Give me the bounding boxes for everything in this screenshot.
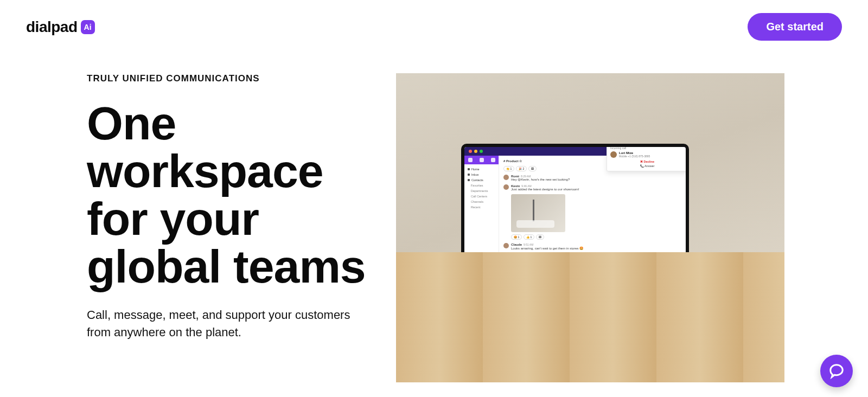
hero-eyebrow: TRULY UNIFIED COMMUNICATIONS bbox=[87, 73, 396, 84]
sidebar-sub-recent[interactable]: Recent bbox=[468, 206, 495, 209]
caller-avatar bbox=[610, 151, 617, 158]
sidebar-sub-departments[interactable]: Departments bbox=[468, 189, 495, 193]
chat-message: Romi8:29 AMHey @Kevin, how's the new set… bbox=[503, 175, 681, 181]
hero-copy: TRULY UNIFIED COMMUNICATIONS One workspa… bbox=[0, 73, 396, 382]
inbox-icon bbox=[468, 174, 470, 176]
phone-icon: 📞 bbox=[640, 164, 644, 168]
laptop-screen: Home Inbox Contacts Favorites Department… bbox=[461, 144, 689, 285]
avatar bbox=[503, 184, 509, 190]
star-icon[interactable]: ☆ bbox=[519, 159, 522, 163]
sidebar-item-home[interactable]: Home bbox=[468, 168, 495, 171]
brand-wordmark: dialpad bbox=[26, 18, 78, 36]
image-attachment[interactable] bbox=[511, 194, 565, 232]
attach-icon[interactable]: 📎 bbox=[671, 277, 674, 280]
contacts-icon bbox=[468, 179, 470, 181]
home-icon bbox=[468, 168, 470, 170]
hero-image: Home Inbox Contacts Favorites Department… bbox=[396, 73, 784, 382]
app-body: Home Inbox Contacts Favorites Department… bbox=[464, 156, 686, 285]
sidebar-sub-callcenters[interactable]: Call Centers bbox=[468, 195, 495, 198]
laptop-hinge bbox=[461, 285, 689, 299]
settings-icon[interactable]: ⚙ bbox=[676, 277, 679, 280]
avatar bbox=[503, 175, 509, 180]
sidebar-sub-channels[interactable]: Channels bbox=[468, 200, 495, 203]
chat-message: Claude9:51 AMLooks amazing, can't wait t… bbox=[503, 243, 681, 250]
popup-label: Incoming call bbox=[610, 146, 684, 150]
sidebar-nav: Home Inbox Contacts Favorites Department… bbox=[464, 164, 499, 209]
brand-logo[interactable]: dialpad Ai bbox=[26, 18, 95, 36]
reaction-chip[interactable]: 👏 1 bbox=[503, 166, 514, 171]
sidebar-sub-favorites[interactable]: Favorites bbox=[468, 184, 495, 187]
brand-ai-badge: Ai bbox=[81, 20, 95, 34]
chat-fab[interactable] bbox=[820, 355, 853, 387]
sidebar-tabstrip bbox=[464, 156, 499, 164]
reaction-chip[interactable]: 🤩 1 bbox=[511, 234, 522, 240]
hero-headline: One workspace for your global teams bbox=[87, 99, 396, 290]
message-composer[interactable]: Message #product 📎⚙ bbox=[502, 275, 681, 283]
chat-panel: # Product ☆ 👏 1🎉 2🖼 Romi8:29 AMHey @Kevi… bbox=[499, 156, 686, 285]
reaction-chip[interactable]: 🖼 bbox=[536, 234, 544, 240]
reaction-bar: 🤩 1👍 1🖼 bbox=[511, 234, 681, 240]
reaction-chip[interactable]: 👍 1 bbox=[524, 234, 534, 240]
sidebar-item-inbox[interactable]: Inbox bbox=[468, 173, 495, 176]
sidebar-item-contacts[interactable]: Contacts bbox=[468, 178, 495, 182]
laptop-mockup: Home Inbox Contacts Favorites Department… bbox=[461, 144, 689, 363]
caller-row: Lori MizeMobile +1 (510) 875-3895 bbox=[610, 151, 684, 158]
app-sidebar: Home Inbox Contacts Favorites Department… bbox=[464, 156, 499, 285]
incoming-call-popup: Incoming call Lori MizeMobile +1 (510) 8… bbox=[607, 144, 688, 171]
reaction-chip[interactable]: 🖼 bbox=[528, 166, 537, 171]
answer-button[interactable]: 📞 Answer bbox=[610, 164, 684, 168]
chat-message: Kevin9:46 AMJust added the latest design… bbox=[503, 184, 681, 191]
avatar bbox=[503, 243, 509, 248]
decline-button[interactable]: ✖ Decline bbox=[610, 160, 684, 163]
laptop-keyboard bbox=[437, 298, 713, 335]
site-header: dialpad Ai Get started bbox=[0, 0, 868, 41]
reaction-chip[interactable]: 🎉 2 bbox=[516, 166, 527, 171]
hero-subhead: Call, message, meet, and support your cu… bbox=[87, 306, 369, 341]
get-started-button[interactable]: Get started bbox=[748, 13, 842, 41]
hero-section: TRULY UNIFIED COMMUNICATIONS One workspa… bbox=[0, 41, 868, 382]
caller-phone: Mobile +1 (510) 875-3895 bbox=[619, 155, 650, 158]
chat-bubble-icon bbox=[828, 363, 845, 379]
